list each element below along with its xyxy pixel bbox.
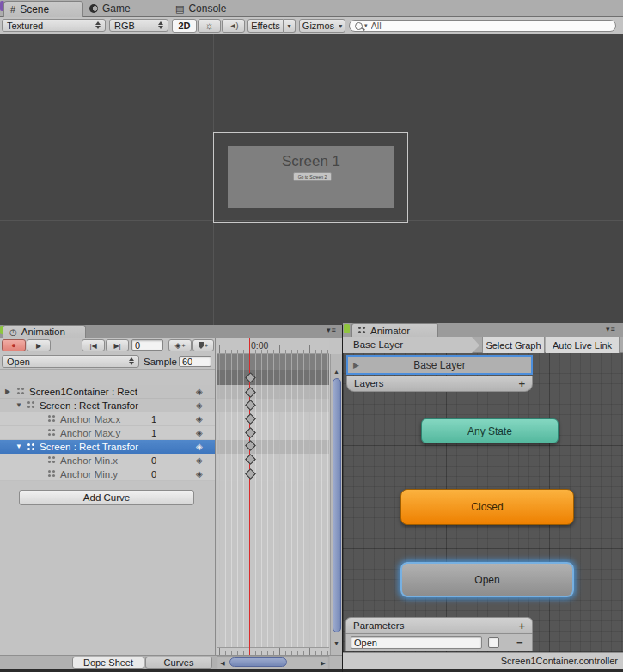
tab-game[interactable]: Game bbox=[89, 0, 131, 17]
foldout-open-icon[interactable]: ▼ bbox=[15, 443, 22, 450]
clip-dropdown[interactable]: Open bbox=[2, 355, 139, 368]
record-button[interactable]: ● bbox=[2, 339, 26, 351]
search-input[interactable] bbox=[370, 21, 610, 31]
lighting-toggle-button[interactable]: ☼ bbox=[198, 19, 221, 33]
keyframe-diamond-icon[interactable]: ◈ bbox=[196, 429, 203, 437]
scroll-up-button[interactable]: ▲ bbox=[331, 366, 342, 376]
state-open-selected[interactable]: Open bbox=[400, 562, 574, 597]
layers-header-row[interactable]: Layers + bbox=[346, 376, 533, 392]
keyframe-diamond-icon[interactable]: ◈ bbox=[196, 401, 203, 410]
scroll-right-button[interactable]: ▶ bbox=[319, 657, 327, 668]
state-closed[interactable]: Closed bbox=[400, 489, 574, 525]
select-graph-button[interactable]: Select Graph bbox=[482, 337, 545, 353]
parameter-name-field[interactable] bbox=[351, 636, 482, 649]
parameter-name-input[interactable] bbox=[351, 638, 481, 648]
sample-input[interactable] bbox=[180, 357, 211, 367]
anim-row-value: 0 bbox=[151, 469, 156, 480]
state-machine-icon bbox=[358, 327, 366, 334]
parameter-bool-checkbox[interactable] bbox=[488, 637, 499, 648]
foldout-closed-icon[interactable]: ▶ bbox=[5, 388, 10, 395]
add-event-button[interactable]: + bbox=[192, 339, 214, 351]
ruler-time-label: 0:00 bbox=[251, 340, 268, 351]
timeline-vertical-scrollbar[interactable]: ▲ ▼ bbox=[330, 354, 342, 655]
anim-row-label: Screen1Container : Rect bbox=[29, 387, 137, 397]
anim-row-screen-rect-1[interactable]: ▼ Screen : Rect Transfor ◈ bbox=[0, 399, 215, 412]
tab-console-label: Console bbox=[188, 3, 226, 15]
console-icon: ▤ bbox=[175, 3, 184, 15]
anim-row-anchor-max-y[interactable]: Anchor Max.y 1 ◈ bbox=[0, 426, 215, 440]
animation-panel-menu-button[interactable]: ▾ ≡ bbox=[327, 327, 336, 334]
effects-dropdown-button[interactable]: ▾ bbox=[284, 19, 296, 33]
tab-scene[interactable]: # Scene bbox=[3, 1, 83, 17]
scene-viewport[interactable]: Screen 1 Go to Screen 2 bbox=[0, 34, 623, 325]
curves-label: Curves bbox=[164, 657, 194, 668]
add-parameter-button[interactable]: + bbox=[518, 620, 525, 632]
horizontal-scroll-thumb[interactable] bbox=[229, 657, 287, 667]
playhead-line[interactable] bbox=[249, 338, 250, 655]
foldout-open-icon[interactable]: ▼ bbox=[15, 402, 22, 409]
anim-row-screen1container[interactable]: ▶ Screen1Container : Rect ◈ bbox=[0, 385, 215, 399]
property-icon bbox=[48, 429, 56, 437]
animator-toolbar: Base Layer Select Graph Auto Live Link bbox=[343, 337, 623, 353]
dope-sheet-button[interactable]: Dope Sheet bbox=[72, 657, 144, 669]
prev-key-button[interactable]: |◀ bbox=[82, 339, 105, 351]
gizmos-dropdown[interactable]: Gizmos ▾ bbox=[299, 19, 345, 33]
anim-row-anchor-min-x[interactable]: Anchor Min.x 0 ◈ bbox=[0, 454, 215, 467]
next-key-button[interactable]: ▶| bbox=[106, 339, 129, 351]
sample-field[interactable] bbox=[179, 356, 211, 367]
menu-icon: ≡ bbox=[611, 326, 615, 333]
timeline-ruler[interactable]: 0:00 bbox=[217, 338, 329, 354]
anim-row-label: Screen : Rect Transfor bbox=[40, 400, 138, 411]
audio-toggle-button[interactable]: ◄) bbox=[222, 19, 245, 33]
scroll-down-icon: ▼ bbox=[333, 640, 339, 646]
goto-screen2-button[interactable]: Go to Screen 2 bbox=[293, 172, 332, 181]
curves-button[interactable]: Curves bbox=[145, 657, 212, 669]
vertical-scroll-thumb[interactable] bbox=[333, 378, 341, 632]
toggle-2d-button[interactable]: 2D bbox=[172, 19, 197, 33]
layer-row-base-layer-selected[interactable]: ▶ Base Layer bbox=[346, 355, 533, 375]
animation-clip-bar: Open Sample bbox=[0, 353, 215, 370]
animation-panel: ◷ Animation ▾ ≡ ● ▶ |◀ ▶| bbox=[0, 325, 342, 672]
add-keyframe-button[interactable]: ◈ + bbox=[168, 339, 192, 351]
keyframe-diamond-icon[interactable]: ◈ bbox=[196, 388, 203, 396]
state-any-state-label: Any State bbox=[467, 425, 512, 437]
breadcrumb-base-layer[interactable]: Base Layer bbox=[343, 337, 472, 353]
effects-button[interactable]: Effects bbox=[247, 19, 284, 33]
render-mode-dropdown[interactable]: RGB bbox=[109, 19, 168, 32]
timeline-horizontal-scrollbar[interactable]: ◀ ▶ bbox=[217, 656, 329, 669]
timeline-divider[interactable] bbox=[215, 338, 216, 655]
keyframe-diamond-icon[interactable]: ◈ bbox=[196, 470, 203, 479]
dropdown-arrows-icon bbox=[95, 21, 101, 29]
tab-animation[interactable]: ◷ Animation bbox=[3, 325, 86, 338]
keyframe-diamond-icon[interactable]: ◈ bbox=[196, 443, 203, 451]
parameters-header-label: Parameters bbox=[353, 620, 404, 631]
play-button[interactable]: ▶ bbox=[27, 339, 51, 351]
keyframe-diamond-icon[interactable]: ◈ bbox=[196, 456, 203, 465]
auto-live-link-button[interactable]: Auto Live Link bbox=[546, 337, 620, 353]
state-any-state[interactable]: Any State bbox=[421, 418, 559, 443]
anim-row-screen-rect-2-selected[interactable]: ▼ Screen : Rect Transfor ◈ bbox=[0, 440, 215, 454]
menu-icon: ≡ bbox=[332, 327, 336, 334]
tab-animator[interactable]: Animator bbox=[351, 323, 438, 337]
tab-console[interactable]: ▤ Console bbox=[175, 0, 226, 17]
layer-row-label: Base Layer bbox=[348, 359, 531, 371]
add-curve-button[interactable]: Add Curve bbox=[19, 490, 194, 505]
anim-row-anchor-min-y[interactable]: Anchor Min.y 0 ◈ bbox=[0, 467, 215, 481]
animator-panel-menu-button[interactable]: ▾ ≡ bbox=[606, 326, 615, 333]
timeline-grid[interactable] bbox=[217, 354, 329, 647]
draw-mode-dropdown[interactable]: Textured bbox=[2, 19, 106, 32]
scroll-left-icon: ◀ bbox=[220, 660, 224, 666]
keyframe-diamond-icon[interactable]: ◈ bbox=[196, 415, 203, 424]
anim-row-anchor-max-x[interactable]: Anchor Max.x 1 ◈ bbox=[0, 412, 215, 426]
scene-search-field[interactable]: ▾ bbox=[349, 20, 616, 32]
scroll-left-button[interactable]: ◀ bbox=[218, 657, 227, 668]
remove-parameter-button[interactable]: − bbox=[516, 636, 523, 649]
frame-field[interactable] bbox=[131, 339, 163, 351]
timeline-mini-ruler[interactable] bbox=[217, 647, 329, 655]
scene-view-panel: # Scene Game ▤ Console Textured RGB bbox=[0, 0, 623, 325]
parameters-header[interactable]: Parameters + bbox=[345, 617, 533, 634]
add-layer-button[interactable]: + bbox=[518, 377, 525, 390]
frame-input[interactable] bbox=[132, 340, 162, 351]
event-marker-icon bbox=[199, 342, 204, 349]
scroll-down-button[interactable]: ▼ bbox=[331, 638, 342, 648]
